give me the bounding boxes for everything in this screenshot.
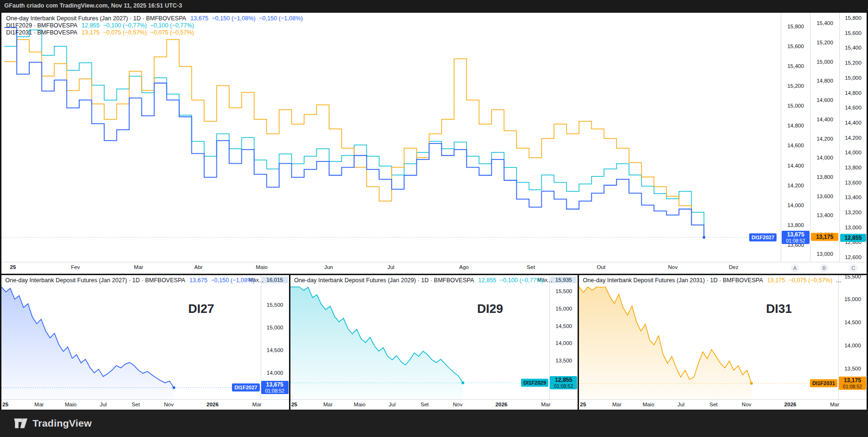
time-tick: Jul (388, 264, 395, 270)
series-title: One-day Interbank Deposit Futures (Jan 2… (6, 15, 186, 22)
price-tick: 14,000 (839, 343, 867, 348)
price-tick: 14,500 (261, 347, 289, 353)
max-value: 15,935 (550, 277, 577, 283)
mini-chart-di31[interactable]: One-day Interbank Deposit Futures (Jan 2… (579, 275, 867, 410)
price-tick: 13,500 (839, 366, 867, 371)
mini-time-axis[interactable]: 25MarMaioJulSetNov2026Mar (1, 399, 289, 410)
price-tick: 15,000 (840, 75, 867, 81)
price-tick: 15,000 (839, 296, 867, 302)
price-tick: 13,400 (810, 212, 839, 218)
bar-countdown: 01:08:52 (782, 238, 810, 244)
price-tick: 15,000 (810, 59, 839, 65)
price-tick: 14,200 (840, 135, 867, 141)
mini-time-axis[interactable]: 25MarMaioJulSetNov2026Mar (579, 399, 867, 410)
bar-countdown: 01:08:52 (550, 383, 577, 389)
tradingview-logo-text: TradingView (33, 418, 92, 429)
time-tick: Maio (643, 402, 654, 407)
mini-chart-plot[interactable] (579, 286, 838, 399)
price-tick: 13,200 (840, 210, 867, 215)
price-tick: 15,200 (781, 83, 810, 89)
time-tick: Maio (354, 402, 365, 407)
price-tick: 14,800 (840, 90, 867, 96)
time-tick: Mar (252, 402, 262, 407)
mini-chart-di27[interactable]: One-day Interbank Deposit Futures (Jan 2… (1, 275, 289, 410)
mini-chart-plot[interactable] (290, 286, 550, 399)
price-tick: 15,000 (550, 306, 578, 311)
mini-chart-di29[interactable]: One-day Interbank Deposit Futures (Jan 2… (290, 275, 578, 410)
series-title: One-day Interbank Deposit Futures (Jan 2… (5, 277, 185, 284)
time-tick: Mar (134, 264, 143, 270)
last-price-badge: 12,855 01:08:52 (550, 376, 577, 389)
price-scale-c[interactable]: 15,80015,60015,40015,20015,00014,80014,6… (839, 13, 867, 262)
time-tick: 25 (10, 264, 16, 270)
mini-legend[interactable]: One-day Interbank Deposit Futures (Jan 2… (294, 277, 553, 284)
price-tick: 14,800 (781, 123, 810, 128)
price-tick: 13,000 (840, 225, 867, 230)
time-tick: Set (527, 264, 535, 270)
time-tick: Set (132, 402, 140, 407)
last-price-badge-di1f2029: 12,855 (840, 234, 866, 242)
series-title: One-day Interbank Deposit Futures (Jan 2… (583, 277, 762, 284)
time-tick: Maio (256, 264, 268, 270)
scale-button-b[interactable]: B (820, 264, 828, 272)
time-tick: Mar (541, 402, 551, 407)
price-tick: 14,000 (550, 340, 578, 346)
mini-time-axis[interactable]: 25MarMaioJulSetNov2026Mar (290, 399, 578, 410)
time-tick: Mar (323, 402, 333, 407)
legend-ellipsis[interactable]: … (835, 277, 842, 284)
time-tick: 2026 (784, 402, 796, 407)
legend-row-di1f2031[interactable]: DI1F2031 · BMFBOVESPA 13,175−0,075 (−0,5… (6, 29, 306, 36)
legend-ellipsis[interactable]: … (258, 277, 264, 284)
price-tick: 13,400 (840, 194, 867, 200)
footer-bar: TradingView (0, 410, 868, 437)
tradingview-logo[interactable]: TradingView (13, 416, 92, 430)
tradingview-screen: GFauth criado com TradingView.com, Nov 1… (0, 0, 868, 437)
time-tick: 2026 (496, 402, 508, 407)
series-values: 13,675−0,150 (−1,08%)−0,150 (−1,08%) (190, 15, 306, 22)
watermark-di27: DI27 (188, 302, 214, 316)
main-time-axis[interactable]: 25FevMarAbrMaioJunJulAgoSetOutNovDezABC (1, 262, 867, 274)
time-tick: Mar (34, 402, 44, 407)
titlebar-text: GFauth criado com TradingView.com, Nov 1… (4, 2, 182, 9)
price-tick: 14,000 (261, 370, 289, 376)
price-tick: 15,400 (840, 45, 867, 50)
last-price-badge: 13,175 01:08:52 (839, 377, 866, 390)
time-tick: Set (421, 402, 429, 407)
bar-countdown: 01:08:52 (839, 384, 866, 389)
legend-ellipsis[interactable]: … (547, 277, 553, 284)
mini-legend[interactable]: One-day Interbank Deposit Futures (Jan 2… (583, 277, 842, 284)
time-tick: Mar (612, 402, 621, 407)
tradingview-logo-icon (13, 416, 28, 430)
price-tick: 13,800 (781, 222, 810, 228)
main-chart-panel[interactable]: One-day Interbank Deposit Futures (Jan 2… (1, 13, 867, 274)
main-chart-plot[interactable] (1, 13, 780, 262)
time-tick: Jul (100, 402, 107, 407)
mini-price-scale[interactable]: 15,50015,00014,50014,00013,50013,000 (549, 275, 578, 410)
time-tick: Nov (742, 402, 751, 407)
time-tick: Maio (65, 402, 77, 407)
price-tick: 13,500 (550, 358, 578, 363)
time-tick: Nov (164, 402, 174, 407)
scale-button-c[interactable]: C (849, 264, 858, 272)
price-tick: 15,500 (261, 302, 289, 308)
price-tick: 14,400 (810, 117, 839, 122)
time-tick: 25 (2, 402, 8, 407)
legend-row-di1f2027[interactable]: One-day Interbank Deposit Futures (Jan 2… (6, 15, 306, 22)
mini-legend[interactable]: One-day Interbank Deposit Futures (Jan 2… (5, 277, 264, 284)
price-tick: 15,600 (781, 43, 810, 49)
price-tick: 15,400 (781, 63, 810, 69)
last-price-badge-di1f2031: 13,175 (811, 233, 838, 241)
mini-chart-plot[interactable] (1, 286, 261, 399)
time-tick: Fev (71, 264, 80, 270)
time-tick: Dez (729, 264, 738, 270)
price-scale-a[interactable]: 15,80015,60015,40015,20015,00014,80014,6… (781, 13, 810, 262)
price-scale-b[interactable]: 15,40015,20015,00014,80014,60014,40014,2… (810, 13, 839, 262)
time-tick: Jul (678, 402, 685, 407)
legend-row-di1f2029[interactable]: DI1F2029 · BMFBOVESPA 12,855−0,100 (−0,7… (6, 22, 306, 29)
price-tick: 15,200 (810, 40, 839, 45)
scale-button-a[interactable]: A (791, 264, 799, 272)
series-title: DI1F2029 · BMFBOVESPA (6, 22, 77, 29)
price-tick: 15,000 (781, 103, 810, 109)
time-tick: 25 (580, 402, 586, 407)
time-tick: Abr (194, 264, 203, 270)
